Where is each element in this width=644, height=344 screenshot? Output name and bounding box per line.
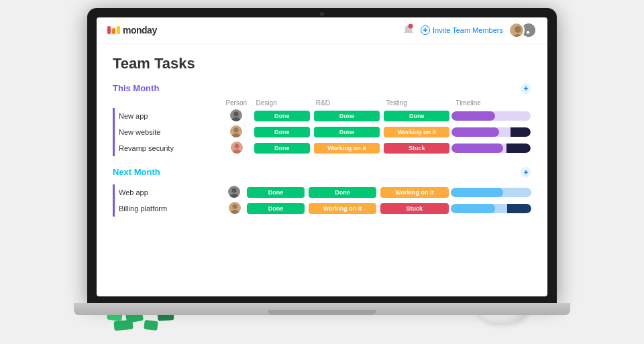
table-row[interactable]: New websiteDoneDoneWorking on it <box>114 124 531 140</box>
timeline-bar <box>451 204 531 213</box>
testing-status-pill: Stuck <box>380 203 448 214</box>
testing-status-cell: Stuck <box>382 140 451 156</box>
svg-point-5 <box>513 34 523 38</box>
app-header: monday <box>97 17 547 44</box>
laptop-screen: monday <box>97 17 547 296</box>
testing-status-pill: Done <box>384 111 449 121</box>
testing-status-cell: Working on it <box>378 184 450 200</box>
rd-status-cell: Done <box>312 108 382 124</box>
app-content: Team Tasks This Month <box>97 44 547 238</box>
avatar-1 <box>508 22 525 38</box>
person-cell <box>221 124 252 140</box>
person-cell <box>221 140 252 156</box>
timeline-cell <box>451 200 531 217</box>
next-month-title: Next Month <box>113 167 160 177</box>
design-status-cell: Done <box>245 184 307 200</box>
task-name: Web app <box>114 184 225 200</box>
laptop-camera <box>320 12 324 16</box>
person-avatar <box>230 125 242 137</box>
design-status-pill: Done <box>254 127 310 137</box>
testing-status-pill: Working on it <box>380 187 448 198</box>
design-status-pill: Done <box>254 111 310 121</box>
task-name: Revamp security <box>114 140 222 156</box>
timeline-dark-bar <box>511 127 530 137</box>
design-status-cell: Done <box>245 200 307 217</box>
laptop-bezel: monday <box>87 8 557 303</box>
rd-status-pill: Done <box>314 127 380 137</box>
task-name: Billing platform <box>114 200 225 217</box>
this-month-header: This Month <box>113 83 531 94</box>
design-status-pill: Done <box>247 203 305 214</box>
testing-status-cell: Working on it <box>382 124 451 140</box>
col-design-header: Design <box>252 98 312 108</box>
svg-point-14 <box>234 127 239 132</box>
col-person-header: Person <box>221 98 252 108</box>
testing-status-pill: Stuck <box>384 143 449 154</box>
svg-text:●: ● <box>526 28 530 36</box>
page-title: Team Tasks <box>113 55 531 72</box>
rd-status-pill: Working on it <box>309 203 376 214</box>
next-month-header: Next Month <box>113 167 531 178</box>
next-month-table: Web appDoneDoneWorking on itBilling plat… <box>113 182 531 217</box>
notification-icon[interactable] <box>402 23 415 37</box>
testing-status-cell: Stuck <box>378 200 450 217</box>
table-header-row: Person Design R&D Testing Timeline <box>114 98 531 108</box>
svg-point-11 <box>234 111 239 116</box>
logo: monday <box>107 25 157 36</box>
design-status-cell: Done <box>252 140 312 156</box>
rd-status-pill: Done <box>314 111 380 121</box>
this-month-title: This Month <box>113 83 159 93</box>
task-name: New app <box>114 108 222 124</box>
col-timeline-header: Timeline <box>451 98 530 108</box>
rd-status-pill: Working on it <box>314 143 380 154</box>
design-status-pill: Done <box>254 143 310 154</box>
timeline-cell <box>451 140 530 156</box>
rd-status-cell: Working on it <box>312 140 382 156</box>
add-next-month-button[interactable] <box>521 167 531 178</box>
person-cell <box>221 108 252 124</box>
svg-point-17 <box>234 144 239 148</box>
testing-status-pill: Working on it <box>384 127 449 137</box>
person-avatar <box>229 202 241 214</box>
col-rd-header: R&D <box>312 98 382 108</box>
svg-point-22 <box>232 188 237 192</box>
svg-point-0 <box>409 24 413 29</box>
this-month-section: This Month Person <box>113 83 531 156</box>
timeline-cell <box>451 184 531 200</box>
timeline-dark-bar <box>507 204 531 213</box>
next-month-section: Next Month <box>113 167 531 217</box>
timeline-bar <box>451 111 530 121</box>
timeline-cell <box>451 124 530 140</box>
laptop-base <box>74 303 570 315</box>
table-row[interactable]: Web appDoneDoneWorking on it <box>114 184 532 200</box>
person-avatar <box>231 141 243 154</box>
timeline-cell <box>451 108 530 124</box>
timeline-bar <box>451 127 530 137</box>
design-status-pill: Done <box>247 187 305 198</box>
logo-icon <box>107 26 120 34</box>
this-month-table: Person Design R&D Testing Timeline New a… <box>113 98 531 156</box>
person-avatar <box>230 109 242 121</box>
person-cell <box>225 200 245 217</box>
rd-status-cell: Working on it <box>307 200 378 217</box>
person-avatar <box>228 186 240 198</box>
svg-point-4 <box>515 26 521 33</box>
svg-point-25 <box>233 204 237 209</box>
add-this-month-button[interactable] <box>521 83 531 94</box>
table-row[interactable]: New appDoneDoneDone <box>114 108 531 124</box>
rd-status-cell: Done <box>307 184 378 200</box>
table-row[interactable]: Revamp securityDoneWorking on itStuck <box>114 140 531 156</box>
col-task <box>114 98 222 108</box>
task-name: New website <box>114 124 222 140</box>
rd-status-pill: Done <box>309 187 376 198</box>
invite-team-button[interactable]: Invite Team Members <box>421 25 503 35</box>
timeline-dark-bar <box>506 144 530 153</box>
user-avatars: ● <box>508 22 537 38</box>
table-row[interactable]: Billing platformDoneWorking on itStuck <box>114 200 532 217</box>
design-status-cell: Done <box>252 108 312 124</box>
plus-circle-icon <box>421 25 430 35</box>
laptop-container: monday <box>67 8 577 337</box>
design-status-cell: Done <box>252 124 312 140</box>
timeline-bar <box>451 144 530 153</box>
timeline-bar <box>451 188 531 197</box>
